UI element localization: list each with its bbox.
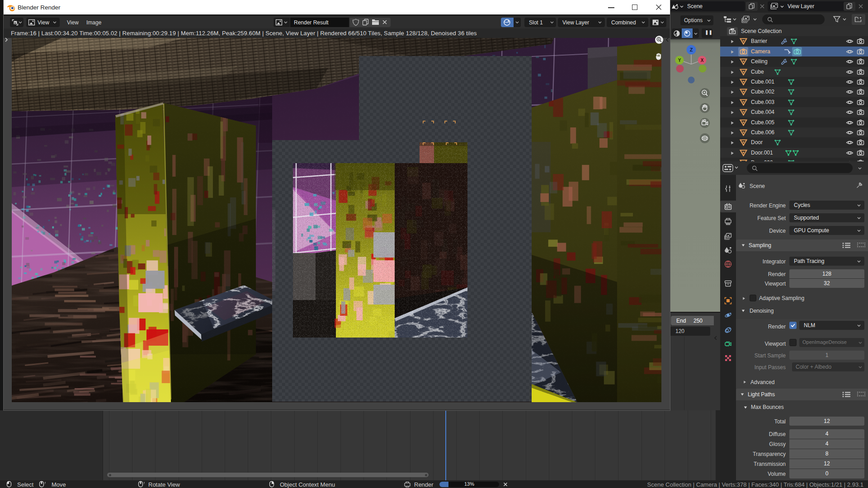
svg-text:Y: Y — [678, 58, 681, 63]
svg-text:X: X — [701, 58, 704, 63]
svg-text:Z: Z — [690, 47, 693, 52]
